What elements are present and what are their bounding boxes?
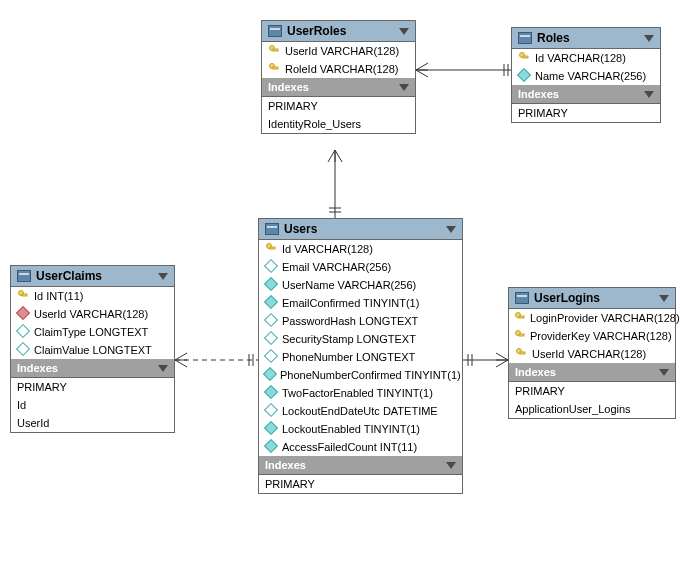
svg-rect-1: [273, 49, 278, 51]
table-title: Roles: [537, 31, 570, 45]
relation-userroles-roles: [416, 60, 511, 80]
table-header[interactable]: Roles: [512, 28, 660, 49]
key-icon: [515, 330, 525, 340]
index-row: PRIMARY: [259, 475, 462, 493]
column-row: LockoutEndDateUtc DATETIME: [259, 402, 462, 420]
table-users[interactable]: Users Id VARCHAR(128) Email VARCHAR(256)…: [258, 218, 463, 494]
column-row: PhoneNumberConfirmed TINYINT(1): [259, 366, 462, 384]
index-row: UserId: [11, 414, 174, 432]
column-row: UserId VARCHAR(128): [11, 305, 174, 323]
column-row: Id VARCHAR(128): [259, 240, 462, 258]
index-row: ApplicationUser_Logins: [509, 400, 675, 418]
key-icon: [269, 63, 279, 73]
table-title: UserLogins: [534, 291, 600, 305]
column-row: UserId VARCHAR(128): [509, 345, 675, 363]
indexes-header[interactable]: Indexes: [509, 363, 675, 382]
column-row: ClaimType LONGTEXT: [11, 323, 174, 341]
table-userlogins[interactable]: UserLogins LoginProvider VARCHAR(128) Pr…: [508, 287, 676, 419]
key-icon: [269, 45, 279, 55]
diamond-icon: [264, 385, 278, 399]
collapse-icon[interactable]: [158, 273, 168, 280]
diamond-icon: [264, 295, 278, 309]
collapse-icon[interactable]: [158, 365, 168, 372]
column-name: LockoutEndDateUtc DATETIME: [282, 405, 438, 417]
indexes-header[interactable]: Indexes: [262, 78, 415, 97]
relation-userroles-users: [325, 150, 345, 218]
indexes-header[interactable]: Indexes: [512, 85, 660, 104]
column-row: Name VARCHAR(256): [512, 67, 660, 85]
diamond-icon: [264, 421, 278, 435]
column-name: SecurityStamp LONGTEXT: [282, 333, 416, 345]
collapse-icon[interactable]: [644, 91, 654, 98]
svg-rect-13: [519, 334, 524, 336]
diamond-icon: [264, 259, 278, 273]
index-row: PRIMARY: [262, 97, 415, 115]
column-name: ProviderKey VARCHAR(128): [530, 330, 672, 342]
svg-rect-15: [520, 352, 525, 354]
column-name: RoleId VARCHAR(128): [285, 63, 399, 75]
table-header[interactable]: UserClaims: [11, 266, 174, 287]
table-header[interactable]: UserRoles: [262, 21, 415, 42]
table-title: UserClaims: [36, 269, 102, 283]
collapse-icon[interactable]: [659, 295, 669, 302]
table-icon: [518, 32, 532, 44]
column-name: UserId VARCHAR(128): [34, 308, 148, 320]
collapse-icon[interactable]: [644, 35, 654, 42]
diamond-icon: [16, 324, 30, 338]
collapse-icon[interactable]: [399, 28, 409, 35]
column-row: EmailConfirmed TINYINT(1): [259, 294, 462, 312]
table-title: UserRoles: [287, 24, 346, 38]
relation-users-userlogins: [463, 350, 508, 370]
relation-users-userclaims: [175, 350, 258, 370]
diamond-icon: [16, 342, 30, 356]
diamond-icon: [264, 277, 278, 291]
column-name: Id VARCHAR(128): [535, 52, 626, 64]
table-header[interactable]: Users: [259, 219, 462, 240]
collapse-icon[interactable]: [446, 226, 456, 233]
column-row: TwoFactorEnabled TINYINT(1): [259, 384, 462, 402]
indexes-header[interactable]: Indexes: [259, 456, 462, 475]
table-icon: [17, 270, 31, 282]
diamond-icon: [264, 403, 278, 417]
diamond-icon: [264, 349, 278, 363]
column-row: Id INT(11): [11, 287, 174, 305]
diamond-icon: [264, 439, 278, 453]
column-name: UserId VARCHAR(128): [532, 348, 646, 360]
table-icon: [265, 223, 279, 235]
key-icon: [515, 312, 525, 322]
table-title: Users: [284, 222, 317, 236]
diamond-icon: [16, 306, 30, 320]
index-row: PRIMARY: [512, 104, 660, 122]
table-userclaims[interactable]: UserClaims Id INT(11) UserId VARCHAR(128…: [10, 265, 175, 433]
column-name: Name VARCHAR(256): [535, 70, 646, 82]
column-row: UserName VARCHAR(256): [259, 276, 462, 294]
table-roles[interactable]: Roles Id VARCHAR(128) Name VARCHAR(256) …: [511, 27, 661, 123]
collapse-icon[interactable]: [399, 84, 409, 91]
index-row: IdentityRole_Users: [262, 115, 415, 133]
svg-rect-5: [523, 56, 528, 58]
column-row: ProviderKey VARCHAR(128): [509, 327, 675, 345]
key-icon: [266, 243, 276, 253]
collapse-icon[interactable]: [659, 369, 669, 376]
index-row: PRIMARY: [509, 382, 675, 400]
key-icon: [519, 52, 529, 62]
column-row: Email VARCHAR(256): [259, 258, 462, 276]
column-row: PasswordHash LONGTEXT: [259, 312, 462, 330]
column-row: UserId VARCHAR(128): [262, 42, 415, 60]
diamond-icon: [263, 367, 277, 381]
column-row: Id VARCHAR(128): [512, 49, 660, 67]
column-name: PasswordHash LONGTEXT: [282, 315, 418, 327]
column-name: LoginProvider VARCHAR(128): [530, 312, 680, 324]
indexes-header[interactable]: Indexes: [11, 359, 174, 378]
svg-rect-3: [273, 67, 278, 69]
column-row: SecurityStamp LONGTEXT: [259, 330, 462, 348]
column-row: RoleId VARCHAR(128): [262, 60, 415, 78]
table-userroles[interactable]: UserRoles UserId VARCHAR(128) RoleId VAR…: [261, 20, 416, 134]
column-name: AccessFailedCount INT(11): [282, 441, 417, 453]
svg-rect-7: [270, 247, 275, 249]
table-header[interactable]: UserLogins: [509, 288, 675, 309]
table-icon: [268, 25, 282, 37]
column-name: Id VARCHAR(128): [282, 243, 373, 255]
collapse-icon[interactable]: [446, 462, 456, 469]
column-name: PhoneNumber LONGTEXT: [282, 351, 415, 363]
